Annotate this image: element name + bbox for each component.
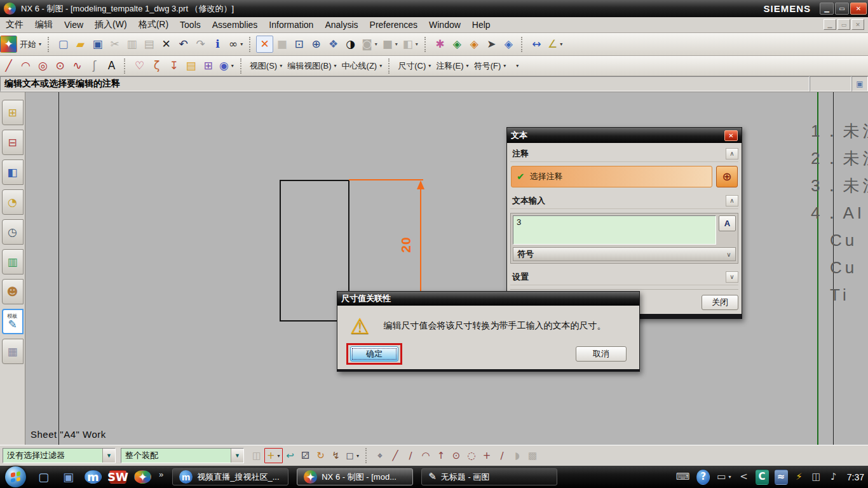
snap-point-on-line-button[interactable]: ∕ bbox=[494, 448, 510, 463]
snap-face-button[interactable]: ◗ bbox=[510, 448, 525, 463]
snap-solid-button[interactable]: ▩ bbox=[525, 448, 540, 463]
open-file-button[interactable]: ▰ bbox=[72, 36, 89, 53]
text-editor-button[interactable]: A bbox=[719, 215, 736, 231]
restore-button[interactable]: ▭ bbox=[835, 3, 849, 15]
new-file-button[interactable]: ▢ bbox=[55, 36, 72, 53]
move-handles-button[interactable]: ⌖ bbox=[372, 448, 388, 463]
snap-midpoint-button[interactable]: ∕ bbox=[403, 448, 418, 463]
text-button[interactable]: A bbox=[103, 57, 120, 74]
text-entry-area[interactable]: 3 bbox=[513, 215, 716, 245]
volume-tray-icon[interactable]: ♪ bbox=[828, 470, 839, 485]
profile-button[interactable]: ♡ bbox=[131, 57, 148, 74]
zoom-box-button[interactable]: ⊡ bbox=[290, 36, 308, 53]
close-dialog-button[interactable]: 关闭 bbox=[702, 295, 738, 310]
find-button[interactable]: ∞ ▾ bbox=[226, 36, 245, 53]
close-button[interactable]: ✕ bbox=[850, 3, 867, 15]
select-annotation-target-button[interactable]: ⊕ bbox=[716, 166, 738, 187]
power-alert-tray-icon[interactable]: ⚡ bbox=[794, 470, 805, 485]
snap-curve-button[interactable]: ◠ bbox=[418, 448, 433, 463]
help-tray-icon[interactable]: ? bbox=[696, 470, 710, 485]
selection-scope-dropdown-button[interactable]: ▼ bbox=[231, 449, 243, 463]
select-annotation-field[interactable]: ✔ 选择注释 bbox=[511, 166, 712, 187]
snap-center-button[interactable]: ⊙ bbox=[449, 448, 464, 463]
solid-snap-button[interactable]: ⚂ bbox=[298, 448, 313, 463]
snap-existing-point-button[interactable]: + bbox=[479, 448, 494, 463]
zoom-in-out-button[interactable]: ⊕ bbox=[308, 36, 325, 53]
edit-view-menu-button[interactable]: 编辑视图(B) ▾ bbox=[285, 57, 339, 74]
dialog-rail-button[interactable]: ▣ bbox=[851, 76, 868, 92]
quick-launch-overflow-icon[interactable]: » bbox=[159, 470, 163, 479]
section-line-button[interactable]: ζ bbox=[148, 57, 165, 74]
save-button[interactable]: ▣ bbox=[89, 36, 106, 53]
snap-point-toggle-button[interactable]: + ▾ bbox=[264, 448, 283, 463]
shaded-view-button[interactable]: ◙ ▾ bbox=[359, 36, 380, 53]
assoc-dialog-titlebar[interactable]: 尺寸值关联性 bbox=[337, 292, 639, 306]
part-navigator-tab[interactable]: ◧ bbox=[2, 159, 24, 185]
solidworks-button[interactable]: SW bbox=[109, 470, 126, 484]
menu-view[interactable]: View bbox=[58, 18, 89, 32]
assembly-navigator-tab[interactable]: ⊞ bbox=[2, 100, 24, 125]
orient-tool-button[interactable]: ↯ bbox=[329, 448, 344, 463]
update-views-button[interactable]: ⊞ bbox=[200, 57, 217, 74]
annotation-section-header[interactable]: 注释 ∧ bbox=[510, 146, 738, 162]
view-boundary-button[interactable]: ▤ bbox=[182, 57, 200, 74]
app-wave-tray-icon[interactable]: ≈ bbox=[775, 470, 788, 485]
snap-quadrant-button[interactable]: ◌ bbox=[464, 448, 479, 463]
mdi-restore-button[interactable]: ▭ bbox=[837, 19, 850, 30]
restore-tray-icon[interactable]: ▭ ▾ bbox=[715, 470, 732, 485]
ellipse-button[interactable]: ⊙ bbox=[51, 57, 69, 74]
text-dialog-titlebar[interactable]: 文本 ✕ bbox=[507, 128, 742, 143]
taskbar-clock[interactable]: 7:37 bbox=[847, 472, 868, 482]
task-browser[interactable]: m 视频直播_搜视社区_... bbox=[172, 468, 288, 485]
dimension-value[interactable]: 20 bbox=[398, 236, 414, 252]
info-button[interactable]: ℹ bbox=[209, 36, 226, 53]
visualization-button[interactable]: ◈ bbox=[449, 36, 466, 53]
marquee-select-button[interactable]: ◻ ▾ bbox=[344, 448, 362, 463]
network-tray-icon[interactable]: ◫ bbox=[811, 470, 822, 485]
snap-endpoint-button[interactable]: ╱ bbox=[388, 448, 403, 463]
maxthon-browser-button[interactable]: m bbox=[85, 470, 102, 484]
menu-assemblies[interactable]: Assemblies bbox=[207, 18, 264, 32]
mdi-minimize-button[interactable]: ▁ bbox=[824, 19, 836, 30]
component-link-button[interactable]: ◫ bbox=[249, 448, 264, 463]
keyboard-tray-icon[interactable]: ⌨ bbox=[675, 470, 691, 485]
symbol-menu-button[interactable]: 符号(F) ▾ bbox=[471, 57, 509, 74]
circle-button[interactable]: ◎ bbox=[34, 57, 51, 74]
text-input-section-header[interactable]: 文本输入 ∧ bbox=[510, 193, 738, 209]
menu-tools[interactable]: Tools bbox=[174, 18, 207, 32]
menu-format[interactable]: 格式(R) bbox=[133, 17, 174, 32]
measure-distance-button[interactable]: ↔ bbox=[528, 36, 545, 53]
minimize-button[interactable]: ▁ bbox=[820, 3, 834, 15]
delete-button[interactable]: ✕ bbox=[158, 36, 175, 53]
toolbar-overflow-button[interactable]: ▾ bbox=[508, 57, 526, 74]
menu-preferences[interactable]: Preferences bbox=[364, 18, 423, 32]
reuse-library-tab[interactable]: ◔ bbox=[2, 189, 24, 215]
task-paint[interactable]: ✎ 无标题 - 画图 bbox=[421, 468, 557, 485]
settings-section-header[interactable]: 设置 ∨ bbox=[510, 269, 738, 285]
dimension-menu-button[interactable]: 尺寸(C) ▾ bbox=[395, 57, 433, 74]
menu-help[interactable]: Help bbox=[466, 18, 496, 32]
collapse-tray-icon[interactable]: < bbox=[738, 470, 750, 485]
my-computer-button[interactable]: ▣ bbox=[60, 468, 77, 485]
style-palette-button[interactable]: ✱ bbox=[431, 36, 449, 53]
menu-analysis[interactable]: Analysis bbox=[319, 18, 363, 32]
menu-insert[interactable]: 插入(W) bbox=[89, 17, 133, 32]
annotation-menu-button[interactable]: 注释(E) ▾ bbox=[433, 57, 471, 74]
cancel-button[interactable]: 取消 bbox=[576, 346, 627, 362]
annotation-collapse-icon[interactable]: ∧ bbox=[726, 148, 738, 159]
start-menu-button[interactable]: 开始 ▾ bbox=[17, 36, 44, 53]
copy-button[interactable]: ▥ bbox=[123, 36, 140, 53]
text-dialog-close-button[interactable]: ✕ bbox=[724, 130, 738, 141]
fit-view-button[interactable]: ✕ bbox=[256, 36, 273, 53]
selection-pref-button[interactable]: ➤ bbox=[483, 36, 500, 53]
menu-file[interactable]: 文件 bbox=[0, 17, 29, 32]
menu-window[interactable]: Window bbox=[423, 18, 466, 32]
rotate-point-button[interactable]: ↻ bbox=[313, 448, 329, 463]
line-button[interactable]: ╱ bbox=[0, 57, 17, 74]
visualization-tab[interactable]: ▥ bbox=[2, 249, 24, 274]
task-nx[interactable]: ✦ NX 6 - 制图 - [mod... bbox=[297, 468, 413, 485]
projected-view-button[interactable]: ↧ bbox=[165, 57, 182, 74]
ok-button[interactable]: 确定 bbox=[350, 346, 398, 362]
polyline-button[interactable]: ∿ bbox=[69, 57, 86, 74]
display-mode-button[interactable]: ◑ bbox=[342, 36, 359, 53]
